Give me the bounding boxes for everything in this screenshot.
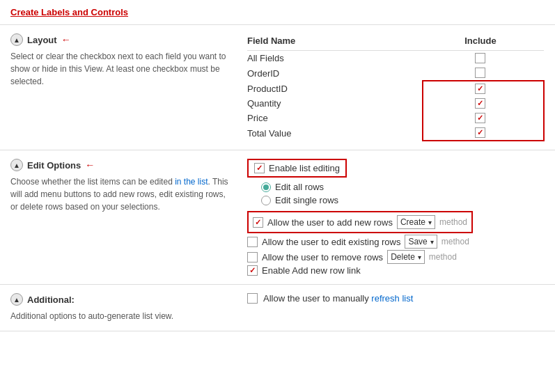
field-checkbox[interactable] <box>475 84 485 94</box>
additional-option-label[interactable]: Allow the user to manually refresh list <box>263 293 413 304</box>
include-cell <box>423 51 544 66</box>
radio-label[interactable]: Edit all rows <box>275 182 324 192</box>
desc-blue-text: in the list <box>175 177 208 187</box>
edit-options-arrow: ← <box>85 159 95 171</box>
refresh-link: refresh list <box>371 293 413 304</box>
layout-section: ▲ Layout ← Select or clear the checkbox … <box>0 25 555 150</box>
layout-arrow: ← <box>61 34 71 45</box>
table-row: OrderID <box>247 65 544 81</box>
additional-section: ▲ Additional: Additional options to auto… <box>0 285 555 331</box>
option-label[interactable]: Allow the user to edit existing rows <box>262 237 400 247</box>
additional-checkbox[interactable] <box>247 293 258 304</box>
radio-button[interactable] <box>261 182 271 192</box>
option-checkbox[interactable] <box>247 265 258 276</box>
option-label[interactable]: Allow the user to remove rows <box>262 252 383 262</box>
field-checkbox[interactable] <box>475 127 485 138</box>
include-cell <box>423 125 544 141</box>
col-fieldname: Field Name <box>247 33 423 51</box>
chevron-down-icon: ▾ <box>418 253 421 261</box>
edit-options-right: Enable list editing Edit all rowsEdit si… <box>247 159 545 276</box>
field-name-cell: All Fields <box>247 51 423 66</box>
radio-button[interactable] <box>261 196 271 205</box>
field-checkbox[interactable] <box>475 68 485 78</box>
include-cell <box>423 81 544 96</box>
layout-right: Field Name Include All FieldsOrderIDProd… <box>247 33 545 141</box>
page-title-link[interactable]: Create Labels and Controls <box>10 7 128 17</box>
radio-group: Edit all rowsEdit single rows <box>261 182 545 205</box>
table-row: ProductID <box>247 81 544 96</box>
radio-label[interactable]: Edit single rows <box>275 195 338 205</box>
layout-left: ▲ Layout ← Select or clear the checkbox … <box>10 33 247 88</box>
additional-description: Additional options to auto-generate list… <box>10 310 233 322</box>
field-name-cell: OrderID <box>247 65 423 81</box>
field-name-cell: Total Value <box>247 125 423 141</box>
enable-editing-label[interactable]: Enable list editing <box>269 163 340 173</box>
radio-item: Edit single rows <box>261 195 545 205</box>
edit-options-section: ▲ Edit Options ← Choose whether the list… <box>0 150 555 285</box>
chevron-down-icon: ▾ <box>428 219 432 226</box>
option-rows-container: Allow the user to add new rowsCreate▾met… <box>247 210 545 276</box>
method-label: method <box>441 237 469 246</box>
page-title-bar: Create Labels and Controls <box>0 0 555 25</box>
option-dropdown[interactable]: Delete▾ <box>387 250 425 264</box>
field-name-cell: ProductID <box>247 81 423 96</box>
additional-right: Allow the user to manually refresh list <box>247 293 545 304</box>
option-dropdown[interactable]: Save▾ <box>405 235 437 249</box>
option-checkbox[interactable] <box>247 252 258 262</box>
option-checkbox[interactable] <box>253 217 263 228</box>
layout-description: Select or clear the checkbox next to eac… <box>10 50 233 88</box>
field-checkbox[interactable] <box>475 113 485 123</box>
additional-left: ▲ Additional: Additional options to auto… <box>10 293 247 322</box>
edit-options-description: Choose whether the list items can be edi… <box>10 175 233 213</box>
field-name-cell: Price <box>247 111 423 125</box>
table-row: Total Value <box>247 125 544 141</box>
edit-options-left: ▲ Edit Options ← Choose whether the list… <box>10 159 247 213</box>
layout-header: ▲ Layout ← <box>10 33 233 46</box>
enable-editing-box: Enable list editing <box>247 159 347 178</box>
table-row: All Fields <box>247 51 544 66</box>
edit-options-collapse-btn[interactable]: ▲ <box>10 159 23 171</box>
include-cell <box>423 65 544 81</box>
table-row: Quantity <box>247 96 544 111</box>
option-label[interactable]: Enable Add new row link <box>262 265 361 276</box>
field-name-cell: Quantity <box>247 96 423 111</box>
edit-options-header: ▲ Edit Options ← <box>10 159 233 171</box>
field-table: Field Name Include All FieldsOrderIDProd… <box>247 33 545 141</box>
edit-option-row: Enable Add new row link <box>247 265 545 276</box>
additional-option-row: Allow the user to manually refresh list <box>247 293 545 304</box>
option-label[interactable]: Allow the user to add new rows <box>267 217 393 228</box>
layout-title: Layout <box>27 35 57 45</box>
option-dropdown[interactable]: Create▾ <box>397 215 435 229</box>
field-checkbox[interactable] <box>475 98 485 109</box>
layout-collapse-btn[interactable]: ▲ <box>10 33 23 46</box>
radio-item: Edit all rows <box>261 182 545 192</box>
include-cell <box>423 96 544 111</box>
additional-collapse-btn[interactable]: ▲ <box>10 293 23 306</box>
edit-option-row: Allow the user to add new rowsCreate▾met… <box>247 211 473 233</box>
additional-title: Additional: <box>27 295 75 305</box>
additional-header: ▲ Additional: <box>10 293 233 306</box>
edit-options-area: Enable list editing Edit all rowsEdit si… <box>247 159 545 276</box>
edit-option-row: Allow the user to remove rowsDelete▾meth… <box>247 250 545 264</box>
enable-editing-checkbox[interactable] <box>254 163 265 173</box>
include-cell <box>423 111 544 125</box>
method-label: method <box>429 252 457 262</box>
edit-options-title: Edit Options <box>27 160 81 171</box>
field-checkbox[interactable] <box>475 53 485 63</box>
option-checkbox[interactable] <box>247 237 258 247</box>
chevron-down-icon: ▾ <box>430 238 434 246</box>
table-row: Price <box>247 111 544 125</box>
method-label: method <box>439 217 467 227</box>
dropdown-value: Delete <box>391 252 415 262</box>
dropdown-value: Save <box>408 237 427 246</box>
col-include: Include <box>423 33 544 51</box>
edit-option-row: Allow the user to edit existing rowsSave… <box>247 235 545 249</box>
dropdown-value: Create <box>400 217 425 227</box>
